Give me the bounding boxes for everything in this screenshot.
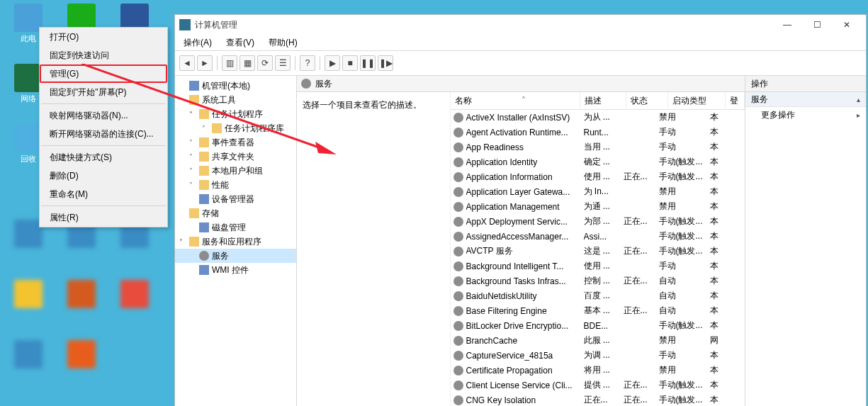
gear-icon — [453, 321, 463, 331]
ctx-disconnect-drive[interactable]: 断开网络驱动器的连接(C)... — [40, 125, 167, 143]
tree-local-users-groups[interactable]: ˃本地用户和组 — [175, 164, 296, 178]
service-row[interactable]: AVCTP 服务这是 ...正在...手动(触发...本 — [451, 244, 745, 259]
desktop-icon-blurred[interactable] — [60, 340, 103, 370]
gear-icon — [453, 306, 463, 316]
actions-more[interactable]: 更多操作▸ — [745, 107, 867, 123]
service-rows[interactable]: ActiveX Installer (AxInstSV)为从 ...禁用本Age… — [451, 110, 745, 406]
ctx-delete[interactable]: 删除(D) — [40, 167, 167, 185]
gear-icon — [453, 247, 463, 256]
gear-icon — [453, 395, 463, 405]
gear-icon — [453, 157, 463, 167]
tree-system-tools[interactable]: 系统工具 — [175, 93, 296, 107]
tree-event-viewer[interactable]: ˃事件查看器 — [175, 135, 296, 150]
service-row[interactable]: CaptureService_4815a为调 ...手动本 — [451, 348, 745, 363]
refresh-icon[interactable]: ⟳ — [257, 55, 273, 71]
tree-services-apps[interactable]: ˅服务和应用程序 — [175, 235, 296, 249]
actions-section-services[interactable]: 服务▴ — [745, 92, 867, 107]
desktop-icon-blurred[interactable] — [113, 280, 156, 310]
tree-performance[interactable]: ˃性能 — [175, 178, 296, 192]
col-name[interactable]: 名称˄ — [451, 92, 580, 109]
ctx-pin-start[interactable]: 固定到"开始"屏幕(P) — [40, 83, 167, 101]
tree-disk-management[interactable]: 磁盘管理 — [175, 220, 296, 235]
service-row[interactable]: Background Intelligent T...使用 ...手动本 — [451, 259, 745, 274]
service-row[interactable]: App Readiness当用 ...手动本 — [451, 140, 745, 154]
gear-icon — [453, 261, 463, 271]
service-row[interactable]: Agent Activation Runtime...Runt...手动本 — [451, 125, 745, 140]
tree-device-manager[interactable]: 设备管理器 — [175, 192, 296, 206]
menu-help[interactable]: 帮助(H) — [263, 35, 303, 50]
service-row[interactable]: Certificate Propagation将用 ...禁用本 — [451, 363, 745, 378]
service-row[interactable]: BaiduNetdiskUtility百度 ...自动本 — [451, 288, 745, 303]
col-status[interactable]: 状态 — [626, 92, 668, 109]
service-row[interactable]: Background Tasks Infras...控制 ...正在...自动本 — [451, 274, 745, 288]
ctx-rename[interactable]: 重命名(M) — [40, 185, 167, 203]
service-row[interactable]: Application Information使用 ...正在...手动(触发.… — [451, 169, 745, 184]
gear-icon — [453, 113, 463, 123]
service-row[interactable]: AppX Deployment Servic...为部 ...正在...手动(触… — [451, 214, 745, 229]
service-row[interactable]: CNG Key Isolation正在...正在...手动(触发...本 — [451, 393, 745, 406]
col-startup-type[interactable]: 启动类型 — [668, 92, 726, 109]
show-hide-tree-icon[interactable]: ▥ — [222, 55, 237, 71]
nav-back-icon[interactable]: ◄ — [179, 55, 195, 71]
separator — [41, 103, 166, 104]
help-icon[interactable]: ? — [300, 55, 315, 71]
close-button[interactable]: ✕ — [832, 15, 862, 35]
restart-service-icon[interactable]: ❚▶ — [378, 55, 393, 71]
navigation-tree[interactable]: 机管理(本地) 系统工具 ˅任务计划程序 ˃任务计划程序库 ˃事件查看器 ˃共享… — [175, 76, 297, 406]
service-row[interactable]: BranchCache此服 ...禁用网 — [451, 333, 745, 348]
col-logon[interactable]: 登 — [726, 92, 745, 109]
stop-service-icon[interactable]: ■ — [342, 55, 358, 71]
minimize-button[interactable]: — — [772, 15, 802, 35]
tree-shared-folders[interactable]: ˃共享文件夹 — [175, 150, 296, 164]
service-row[interactable]: Client License Service (Cli...提供 ...正在..… — [451, 378, 745, 393]
computer-management-window: 计算机管理 — ☐ ✕ 操作(A) 查看(V) 帮助(H) ◄ ► ▥ ▦ ⟳ … — [174, 14, 867, 406]
service-row[interactable]: Application Layer Gatewa...为 In...禁用本 — [451, 184, 745, 199]
gear-icon — [453, 142, 463, 152]
service-row[interactable]: ActiveX Installer (AxInstSV)为从 ...禁用本 — [451, 110, 745, 125]
service-row[interactable]: Application Management为通 ...禁用本 — [451, 199, 745, 214]
service-row[interactable]: BitLocker Drive Encryptio...BDE...手动(触发.… — [451, 318, 745, 333]
tree-task-scheduler[interactable]: ˅任务计划程序 — [175, 107, 296, 121]
gear-icon — [453, 187, 463, 197]
start-service-icon[interactable]: ▶ — [325, 55, 340, 71]
col-description[interactable]: 描述 — [580, 92, 626, 109]
column-headers: 名称˄ 描述 状态 启动类型 登 — [451, 92, 745, 110]
titlebar[interactable]: 计算机管理 — ☐ ✕ — [175, 15, 866, 35]
ctx-map-drive[interactable]: 映射网络驱动器(N)... — [40, 106, 167, 125]
maximize-button[interactable]: ☐ — [802, 15, 832, 35]
description-prompt: 选择一个项目来查看它的描述。 — [303, 100, 422, 110]
tree-services[interactable]: 服务 — [175, 249, 296, 263]
center-pane: 服务 选择一个项目来查看它的描述。 名称˄ 描述 状态 启动类型 登 Activ… — [297, 76, 745, 406]
tab-label: 服务 — [315, 78, 332, 90]
gear-icon — [453, 172, 463, 182]
desktop-icon-blurred[interactable] — [7, 280, 50, 310]
service-row[interactable]: AssignedAccessManager...Assi...手动(触发...本 — [451, 229, 745, 244]
pause-service-icon[interactable]: ❚❚ — [360, 55, 376, 71]
tree-storage[interactable]: 存储 — [175, 206, 296, 220]
ctx-create-shortcut[interactable]: 创建快捷方式(S) — [40, 148, 167, 167]
tree-wmi-control[interactable]: WMI 控件 — [175, 263, 296, 277]
gear-icon — [453, 217, 463, 227]
nav-forward-icon[interactable]: ► — [197, 55, 213, 71]
gear-icon — [453, 128, 463, 137]
service-row[interactable]: Application Identity确定 ...手动(触发...本 — [451, 154, 745, 169]
actions-pane: 操作 服务▴ 更多操作▸ — [745, 76, 867, 406]
desktop-icon-blurred[interactable] — [7, 340, 50, 370]
export-list-icon[interactable]: ▦ — [239, 55, 255, 71]
menu-view[interactable]: 查看(V) — [220, 35, 260, 50]
ctx-open[interactable]: 打开(O) — [40, 28, 167, 46]
tree-root[interactable]: 机管理(本地) — [175, 79, 296, 93]
services-tab-header: 服务 — [297, 76, 745, 92]
desktop-icon-blurred[interactable] — [60, 280, 103, 310]
menu-action[interactable]: 操作(A) — [178, 35, 218, 50]
properties-icon[interactable]: ☰ — [275, 55, 291, 71]
services-list: 名称˄ 描述 状态 启动类型 登 ActiveX Installer (AxIn… — [451, 92, 745, 406]
ctx-pin-quick-access[interactable]: 固定到快速访问 — [40, 46, 167, 64]
ctx-manage[interactable]: 管理(G) — [40, 64, 167, 83]
ctx-properties[interactable]: 属性(R) — [40, 208, 167, 227]
separator — [41, 205, 166, 206]
tree-task-scheduler-library[interactable]: ˃任务计划程序库 — [175, 121, 296, 135]
gear-icon — [453, 276, 463, 286]
gear-icon — [453, 380, 463, 390]
service-row[interactable]: Base Filtering Engine基本 ...正在...自动本 — [451, 303, 745, 318]
